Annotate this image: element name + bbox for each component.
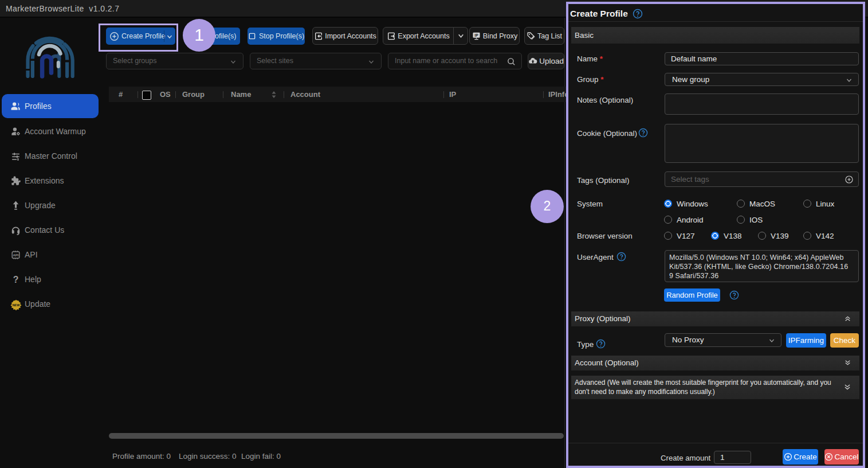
svg-text:NEW: NEW — [13, 303, 21, 307]
svg-text:IP: IP — [474, 33, 478, 37]
svg-text:?: ? — [13, 275, 19, 284]
svg-text:API: API — [13, 253, 19, 257]
